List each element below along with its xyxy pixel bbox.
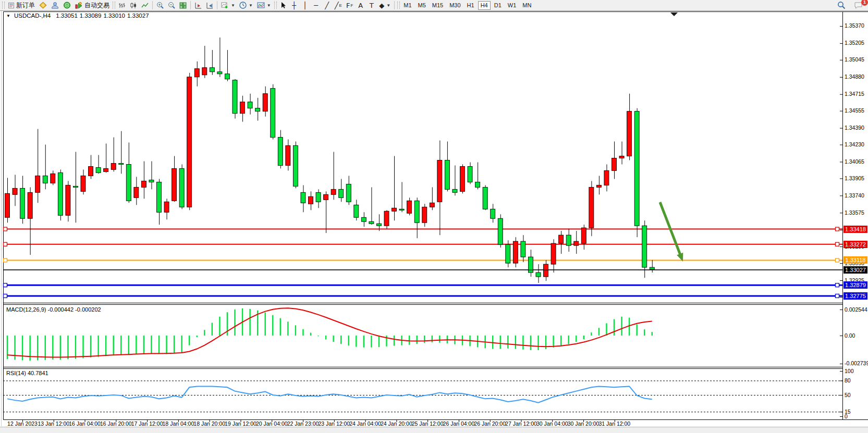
signal-globe-icon xyxy=(63,2,71,9)
svg-text:1.35045: 1.35045 xyxy=(845,56,864,63)
hline-handle[interactable] xyxy=(4,258,7,262)
text-tool[interactable]: A xyxy=(355,1,366,10)
templates-button[interactable]: ▼ xyxy=(255,1,273,10)
svg-text:1.34065: 1.34065 xyxy=(845,158,864,165)
hline-handle[interactable] xyxy=(4,227,7,231)
svg-text:1.33575: 1.33575 xyxy=(845,209,864,216)
timeframe-h4-button[interactable]: H4 xyxy=(478,1,491,10)
periods-button[interactable]: ▼ xyxy=(237,1,255,10)
fibonacci-tool-icon: F xyxy=(346,2,350,9)
search-button[interactable] xyxy=(835,1,848,10)
toolbar-grip[interactable] xyxy=(397,2,400,9)
chart-canvas[interactable]: 1.353701.352051.350451.348801.347151.345… xyxy=(0,0,868,433)
auto-scroll-icon xyxy=(206,2,213,9)
new-order-icon xyxy=(8,2,15,9)
hline-handle[interactable] xyxy=(4,242,7,246)
svg-text:50: 50 xyxy=(845,392,851,398)
arrows-tool[interactable]: ◆▼ xyxy=(377,1,393,10)
candlestick-chart-button[interactable] xyxy=(128,1,139,10)
zoom-out-icon xyxy=(168,2,175,9)
timeframe-d1-button[interactable]: D1 xyxy=(492,1,504,10)
price-open: 1.33051 xyxy=(56,13,78,19)
timeframe-h1-button[interactable]: H1 xyxy=(464,1,477,10)
toolbar-grip[interactable] xyxy=(274,2,277,9)
svg-text:24 Jan 04:00: 24 Jan 04:00 xyxy=(349,420,381,427)
timeframe-m15-button[interactable]: M15 xyxy=(430,1,446,10)
rsi-label: RSI(14) 40.7841 xyxy=(6,370,48,376)
svg-text:23 Jan 12:00: 23 Jan 12:00 xyxy=(318,420,350,427)
dropdown-caret-icon: ▼ xyxy=(249,3,253,8)
tile-windows-button[interactable] xyxy=(177,1,189,10)
svg-text:13 Jan 12:00: 13 Jan 12:00 xyxy=(38,420,69,427)
auto-trading-icon xyxy=(75,2,83,9)
timeframe-m5-button[interactable]: M5 xyxy=(415,1,429,10)
svg-text:0.00: 0.00 xyxy=(845,332,855,339)
cursor-icon xyxy=(280,2,286,9)
timeframe-m1-button[interactable]: M1 xyxy=(401,1,414,10)
chart-shift-button[interactable] xyxy=(192,1,204,10)
svg-text:24 Jan 20:00: 24 Jan 20:00 xyxy=(381,420,412,427)
template-icon xyxy=(257,2,265,9)
timeframe-m30-button[interactable]: M30 xyxy=(447,1,463,10)
toolbar-separator xyxy=(190,1,191,9)
horizontal-line-tool-icon: ─ xyxy=(314,2,318,9)
trendline-tool-icon: ╱ xyxy=(325,2,329,9)
toolbar-grip[interactable] xyxy=(113,2,115,9)
horizontal-line-tool[interactable]: ─ xyxy=(311,1,322,10)
auto-scroll-button[interactable] xyxy=(204,1,215,10)
equidistant-channel-tool[interactable]: ╱E xyxy=(333,1,344,10)
vertical-line-tool-icon: │ xyxy=(303,2,307,9)
auto-trading-button[interactable]: 自动交易 xyxy=(73,1,112,10)
zoom-in-button[interactable] xyxy=(154,1,166,10)
svg-text:17 Jan 12:00: 17 Jan 12:00 xyxy=(131,420,163,427)
zoom-in-icon xyxy=(156,2,164,9)
candles-layer xyxy=(5,38,655,283)
price-badge-1.33027: 1.33027 xyxy=(843,266,867,274)
toolbar-separator xyxy=(394,1,395,9)
hline-handle[interactable] xyxy=(836,258,839,262)
zoom-out-button[interactable] xyxy=(166,1,177,10)
arrows-tool-icon: ◆ xyxy=(379,2,384,9)
price-badge-1.33118: 1.33118 xyxy=(843,256,867,264)
hline-handle[interactable] xyxy=(836,242,839,246)
timeframe-w1-button[interactable]: W1 xyxy=(505,1,519,10)
equidistant-channel-tool-icon: ╱ xyxy=(335,2,339,9)
horizontal-lines-layer[interactable] xyxy=(3,227,842,298)
text-label-tool[interactable]: T xyxy=(366,1,377,10)
indicators-button[interactable]: ▼ xyxy=(219,1,237,10)
svg-text:-0.002739: -0.002739 xyxy=(845,360,868,366)
chart-symbol: USDCAD-,H4 xyxy=(14,13,51,19)
trendline-tool[interactable]: ╱ xyxy=(322,1,333,10)
hline-handle[interactable] xyxy=(4,283,7,287)
svg-text:30 Jan 04:00: 30 Jan 04:00 xyxy=(536,420,568,427)
hline-handle[interactable] xyxy=(836,294,839,298)
toolbar-grip[interactable] xyxy=(2,2,5,9)
chart-shift-marker-icon[interactable] xyxy=(670,13,678,16)
signals-button[interactable] xyxy=(61,1,73,10)
time-axis[interactable]: 12 Jan 202313 Jan 12:0016 Jan 04:0016 Ja… xyxy=(7,419,630,427)
hline-handle[interactable] xyxy=(836,227,839,231)
fibonacci-tool[interactable]: FF xyxy=(344,1,355,10)
timeframe-mn-button[interactable]: MN xyxy=(520,1,534,10)
hline-handle[interactable] xyxy=(836,283,839,287)
history-button[interactable] xyxy=(37,1,49,10)
bar-chart-button[interactable] xyxy=(116,1,128,10)
candlestick-chart-icon xyxy=(130,2,137,9)
svg-text:26 Jan 20:00: 26 Jan 20:00 xyxy=(474,420,506,427)
svg-text:22 Jan 23:00: 22 Jan 23:00 xyxy=(287,420,319,427)
notifications-button[interactable]: 1 xyxy=(852,1,865,10)
profile-button[interactable] xyxy=(49,1,61,10)
line-chart-button[interactable] xyxy=(139,1,151,10)
symbol-expander-icon[interactable]: ▼ xyxy=(6,14,10,18)
new-order-button[interactable]: 新订单 xyxy=(6,1,37,10)
svg-text:0: 0 xyxy=(845,413,848,419)
svg-text:0.002544: 0.002544 xyxy=(845,306,867,313)
svg-text:1.34715: 1.34715 xyxy=(845,91,864,97)
hline-handle[interactable] xyxy=(4,294,7,298)
svg-text:20 Jan 04:00: 20 Jan 04:00 xyxy=(256,420,288,427)
svg-text:30 Jan 20:00: 30 Jan 20:00 xyxy=(568,420,600,427)
cursor-tool[interactable] xyxy=(278,1,289,10)
macd-signal-line xyxy=(7,308,652,357)
vertical-line-tool[interactable]: │ xyxy=(300,1,311,10)
crosshair-tool[interactable]: ┼ xyxy=(289,1,300,10)
